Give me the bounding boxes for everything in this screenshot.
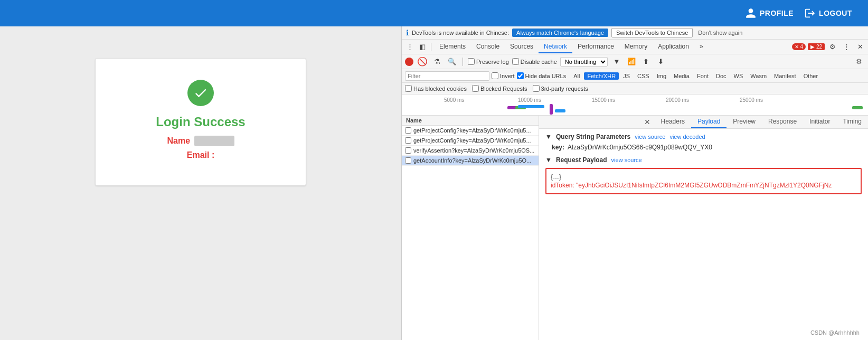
invert-label: Invert xyxy=(500,73,515,79)
detail-close-icon[interactable]: ✕ xyxy=(640,116,655,128)
req-check-3[interactable] xyxy=(405,157,411,164)
settings2-icon[interactable]: ⚙ xyxy=(853,56,865,68)
devtools-close-icon[interactable]: ✕ xyxy=(854,41,866,53)
param-key-row: key: AIzaSyDrWrKc0mju5OS66-c9Q91p089wQQV… xyxy=(545,144,862,151)
detail-tab-headers[interactable]: Headers xyxy=(655,116,691,128)
request-item[interactable]: verifyAssertion?key=AlzaSyDrWrKc0mju5OS.… xyxy=(402,146,539,156)
request-list: Name getProjectConfig?key=AlzaSyDrWrKc0m… xyxy=(402,116,539,340)
profile-button[interactable]: PROFILE xyxy=(745,7,794,19)
view-decoded-link[interactable]: view decoded xyxy=(669,134,705,140)
profile-label: PROFILE xyxy=(760,9,794,17)
req-check-0[interactable] xyxy=(405,127,411,134)
match-language-button[interactable]: Always match Chrome's language xyxy=(512,29,608,37)
invert-input[interactable] xyxy=(492,72,498,79)
wifi-icon[interactable]: 📶 xyxy=(626,56,637,68)
detail-tab-payload[interactable]: Payload xyxy=(691,116,727,128)
filter-icon[interactable]: ⚗ xyxy=(431,56,443,68)
third-party-requests[interactable]: 3rd-party requests xyxy=(533,85,588,92)
filter-ws[interactable]: WS xyxy=(731,72,747,80)
filter-all[interactable]: All xyxy=(570,72,583,80)
devtools-panel: ℹ DevTools is now available in Chinese: … xyxy=(401,26,868,340)
request-item[interactable]: getProjectConfig?key=AlzaSyDrWrKc0mju5..… xyxy=(402,126,539,136)
tab-more[interactable]: » xyxy=(694,41,709,53)
filter-input[interactable] xyxy=(405,71,489,81)
filter-media[interactable]: Media xyxy=(671,72,693,80)
switch-devtools-button[interactable]: Switch DevTools to Chinese xyxy=(611,28,693,37)
req-name-0: getProjectConfig?key=AlzaSyDrWrKc0mju5..… xyxy=(413,127,535,134)
filter-wasm[interactable]: Wasm xyxy=(747,72,770,80)
devtools-tabs: Elements Console Sources Network Perform… xyxy=(434,41,709,53)
filter-other[interactable]: Other xyxy=(800,72,822,80)
view-source-link[interactable]: view source xyxy=(635,134,665,140)
third-party-label: 3rd-party requests xyxy=(541,86,588,92)
disable-cache-input[interactable] xyxy=(512,58,519,65)
detail-tab-initiator[interactable]: Initiator xyxy=(803,116,836,128)
hide-data-urls-label: Hide data URLs xyxy=(525,73,567,79)
record-button[interactable] xyxy=(405,58,413,66)
hide-data-urls-checkbox[interactable]: Hide data URLs xyxy=(517,72,567,79)
dont-show-again-button[interactable]: Don't show again xyxy=(696,29,744,37)
tab-memory[interactable]: Memory xyxy=(619,41,653,53)
info-icon: ℹ xyxy=(406,29,409,37)
tab-elements[interactable]: Elements xyxy=(434,41,471,53)
tab-performance[interactable]: Performance xyxy=(572,41,619,53)
query-string-header[interactable]: ▼ Query String Parameters view source vi… xyxy=(545,133,862,140)
param-key-label: key: xyxy=(552,144,564,151)
invert-checkbox[interactable]: Invert xyxy=(492,72,515,79)
ruler-10000: 10000 ms xyxy=(518,97,541,103)
filter-manifest[interactable]: Manifest xyxy=(771,72,799,80)
tab-application[interactable]: Application xyxy=(653,41,694,53)
filter-font[interactable]: Font xyxy=(694,72,712,80)
devtools-dock-icon[interactable]: ◧ xyxy=(417,41,428,53)
triangle-icon: ▼ xyxy=(545,133,552,140)
clear-button[interactable]: 🚫 xyxy=(417,56,428,68)
filter-fetch-xhr[interactable]: Fetch/XHR xyxy=(584,72,619,80)
blocked-requests[interactable]: Blocked Requests xyxy=(472,85,527,92)
settings-icon[interactable]: ⚙ xyxy=(827,41,838,53)
has-blocked-cookies[interactable]: Has blocked cookies xyxy=(405,85,467,92)
req-check-1[interactable] xyxy=(405,137,411,144)
devtools-menu-icon[interactable]: ⋮ xyxy=(404,41,416,53)
filter-js[interactable]: JS xyxy=(620,72,633,80)
tab-console[interactable]: Console xyxy=(471,41,505,53)
upload-icon[interactable]: ⬆ xyxy=(640,56,652,68)
request-item-selected[interactable]: getAccountInfo?key=AlzaSyDrWrKc0mju5O... xyxy=(402,156,539,166)
request-payload-header[interactable]: ▼ Request Payload view source xyxy=(545,156,862,164)
query-string-title: Query String Parameters xyxy=(556,133,630,140)
filter-bar: Invert Hide data URLs All Fetch/XHR JS C… xyxy=(402,69,868,83)
sep2 xyxy=(463,58,463,66)
logout-button[interactable]: LOGOUT xyxy=(804,7,852,19)
logout-icon xyxy=(804,7,816,19)
devtools-more-icon[interactable]: ⋮ xyxy=(841,41,852,53)
request-payload-title: Request Payload xyxy=(556,156,607,164)
timeline-area: 5000 ms 10000 ms 15000 ms 20000 ms 25000… xyxy=(402,95,868,116)
tab-network[interactable]: Network xyxy=(539,41,572,53)
blocked-requests-input[interactable] xyxy=(472,85,479,92)
request-item[interactable]: getProjectConfig?key=AlzaSyDrWrKc0mju5..… xyxy=(402,136,539,146)
preserve-log-input[interactable] xyxy=(468,58,475,65)
search-icon[interactable]: 🔍 xyxy=(446,56,458,68)
login-success-title: Login Success xyxy=(127,115,274,129)
throttle-select[interactable]: No throttling xyxy=(560,57,608,67)
filter-doc[interactable]: Doc xyxy=(713,72,730,80)
detail-tab-preview[interactable]: Preview xyxy=(727,116,762,128)
detail-tab-response[interactable]: Response xyxy=(762,116,803,128)
req-name-2: verifyAssertion?key=AlzaSyDrWrKc0mju5OS.… xyxy=(413,147,535,154)
disable-cache-checkbox[interactable]: Disable cache xyxy=(512,58,557,65)
tbar-blue2 xyxy=(555,109,565,112)
third-party-input[interactable] xyxy=(533,85,540,92)
preserve-log-checkbox[interactable]: Preserve log xyxy=(468,58,509,65)
tab-sources[interactable]: Sources xyxy=(505,41,539,53)
download-icon[interactable]: ⬇ xyxy=(655,56,667,68)
filter-css[interactable]: CSS xyxy=(634,72,653,80)
triangle-icon2: ▼ xyxy=(545,156,552,164)
hide-data-urls-input[interactable] xyxy=(517,72,524,79)
blocked-cookies-input[interactable] xyxy=(405,85,412,92)
filter-img[interactable]: Img xyxy=(654,72,669,80)
name-label: Name xyxy=(167,136,190,146)
payload-view-source-link[interactable]: view source xyxy=(611,157,642,163)
throttle-dropdown-icon[interactable]: ▼ xyxy=(611,56,622,68)
detail-tab-timing[interactable]: Timing xyxy=(836,116,868,128)
error-badge: ✕ 4 xyxy=(792,43,806,50)
req-check-2[interactable] xyxy=(405,147,411,154)
